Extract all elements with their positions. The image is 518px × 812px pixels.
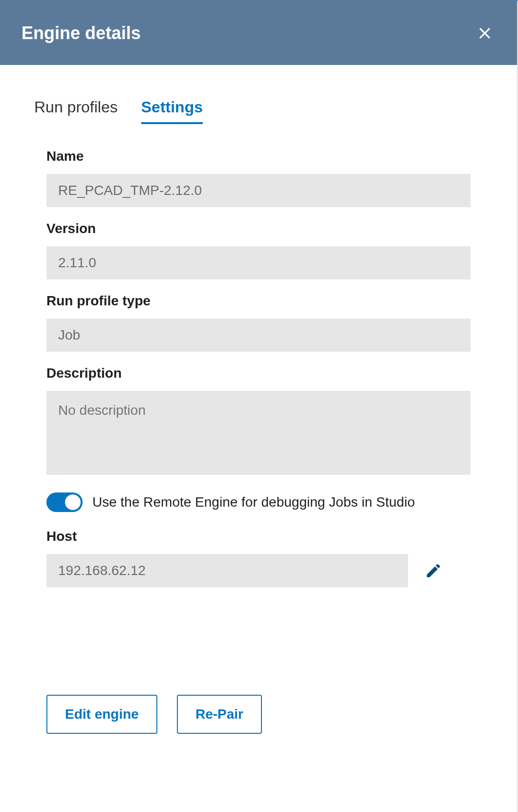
host-input[interactable] [46,554,408,587]
host-row [46,554,471,587]
run-profile-type-field-group: Run profile type [46,293,471,352]
panel-title: Engine details [22,23,141,43]
close-button[interactable] [474,22,496,44]
description-label: Description [46,365,471,381]
action-buttons: Edit engine Re-Pair [34,695,483,734]
version-field-group: Version [46,221,471,279]
edit-host-button[interactable] [422,559,445,582]
name-input[interactable] [46,174,471,207]
close-icon [475,24,494,43]
version-input[interactable] [46,246,471,279]
debug-toggle[interactable] [46,492,83,512]
version-label: Version [46,221,471,236]
engine-details-panel: Engine details Run profiles Settings Nam… [0,0,518,812]
panel-content: Run profiles Settings Name Version Run p… [0,65,517,812]
description-input[interactable] [46,391,471,475]
debug-toggle-row: Use the Remote Engine for debugging Jobs… [46,492,471,512]
debug-toggle-label: Use the Remote Engine for debugging Jobs… [92,494,415,510]
host-field-group: Host [46,529,471,587]
description-field-group: Description [46,365,471,477]
edit-engine-button[interactable]: Edit engine [46,695,157,734]
toggle-knob [65,494,81,510]
name-label: Name [46,149,471,164]
tab-run-profiles[interactable]: Run profiles [34,98,118,124]
host-label: Host [46,529,471,544]
settings-form: Name Version Run profile type Descriptio… [34,149,483,587]
panel-header: Engine details [0,1,517,65]
run-profile-type-input[interactable] [46,319,471,352]
name-field-group: Name [46,149,471,207]
run-profile-type-label: Run profile type [46,293,471,309]
tab-settings[interactable]: Settings [141,98,203,124]
re-pair-button[interactable]: Re-Pair [177,695,262,734]
tabs: Run profiles Settings [34,65,483,149]
pencil-icon [425,562,442,579]
